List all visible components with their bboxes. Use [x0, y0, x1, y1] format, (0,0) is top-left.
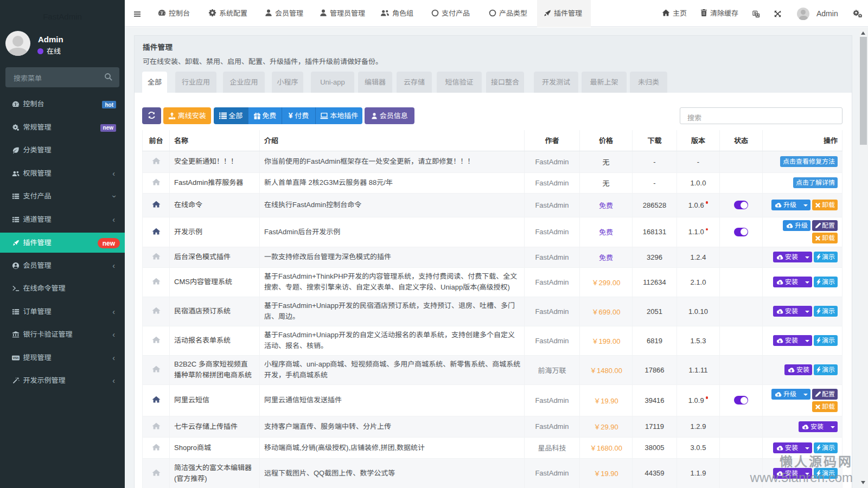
svg-text:VISA: VISA: [12, 357, 19, 359]
